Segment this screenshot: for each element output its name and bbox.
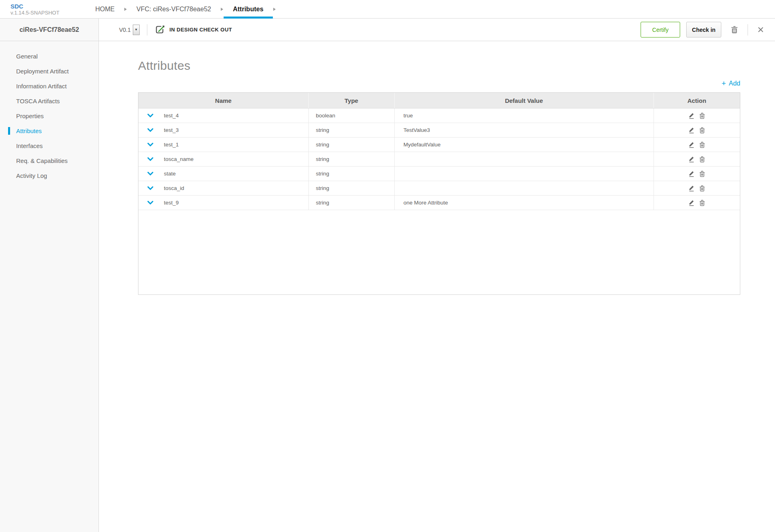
pencil-icon (689, 170, 695, 177)
attribute-type: boolean (308, 108, 394, 123)
table-row: tosca_name string (138, 152, 740, 167)
edit-attribute-button[interactable] (687, 184, 696, 192)
trash-icon (700, 156, 705, 163)
pencil-icon (689, 156, 695, 163)
edit-attribute-button[interactable] (687, 155, 696, 163)
table-row: test_3 string TestValue3 (138, 123, 740, 138)
add-attribute-button[interactable]: + Add (721, 79, 740, 87)
column-header-default-value: Default Value (394, 93, 654, 108)
sidebar-item-information-artifact[interactable]: Information Artifact (0, 79, 98, 94)
column-header-name: Name (138, 93, 308, 108)
table-row: test_1 string MydefaultValue (138, 138, 740, 152)
sidebar-item-attributes[interactable]: Attributes (0, 123, 98, 138)
breadcrumb: HOMEVFC: ciRes-VFCf78eae52Attributes (86, 0, 276, 18)
close-icon (758, 27, 764, 33)
chevron-down-icon[interactable] (147, 157, 153, 161)
close-button[interactable] (755, 25, 766, 34)
breadcrumb-item-vfc-cires-vfcf78eae52[interactable]: VFC: ciRes-VFCf78eae52 (127, 0, 220, 18)
delete-attribute-button[interactable] (698, 141, 706, 149)
plus-icon: + (721, 79, 726, 87)
toolbar-divider (748, 24, 748, 35)
pencil-icon (689, 141, 695, 148)
sidebar-item-tosca-artifacts[interactable]: TOSCA Artifacts (0, 94, 98, 108)
attribute-name: test_4 (164, 113, 179, 119)
app-logo-block: SDC v.1.14.5-SNAPSHOT (0, 0, 76, 18)
toolbar-divider (147, 24, 147, 35)
table-row: test_4 boolean true (138, 108, 740, 123)
chevron-down-icon[interactable] (147, 143, 153, 147)
version-label: V0.1 (119, 27, 131, 33)
top-nav: SDC v.1.14.5-SNAPSHOT HOMEVFC: ciRes-VFC… (0, 0, 775, 19)
delete-attribute-button[interactable] (698, 155, 706, 163)
attribute-type: string (308, 181, 394, 196)
attribute-type: string (308, 152, 394, 167)
sidebar: ciRes-VFCf78eae52 GeneralDeployment Arti… (0, 19, 99, 532)
chevron-down-icon[interactable] (147, 186, 153, 190)
sidebar-item-interfaces[interactable]: Interfaces (0, 138, 98, 153)
trash-icon (700, 185, 705, 192)
app-version: v.1.14.5-SNAPSHOT (10, 10, 76, 16)
check-in-button[interactable]: Check in (686, 22, 721, 38)
checkout-status-icon (155, 25, 165, 35)
table-row: state string (138, 167, 740, 181)
delete-resource-button[interactable] (729, 24, 740, 35)
add-label: Add (729, 80, 740, 87)
sidebar-item-req-capabilities[interactable]: Req. & Capabilities (0, 153, 98, 168)
column-header-type: Type (308, 93, 394, 108)
delete-attribute-button[interactable] (698, 184, 706, 192)
sidebar-item-deployment-artifact[interactable]: Deployment Artifact (0, 64, 98, 79)
attribute-name: test_3 (164, 127, 179, 133)
sidebar-item-general[interactable]: General (0, 49, 98, 64)
trash-icon (700, 142, 705, 148)
breadcrumb-arrow-icon (124, 8, 127, 11)
chevron-down-icon[interactable] (147, 172, 153, 176)
edit-attribute-button[interactable] (687, 111, 696, 120)
lifecycle-status: IN DESIGN CHECK OUT (170, 27, 232, 33)
pencil-icon (689, 185, 695, 192)
attribute-name: tosca_name (164, 156, 194, 162)
trash-icon (731, 26, 738, 33)
attribute-type: string (308, 138, 394, 152)
breadcrumb-item-attributes[interactable]: Attributes (224, 0, 273, 18)
certify-button[interactable]: Certify (641, 22, 680, 38)
attributes-table: NameTypeDefault ValueAction test_4 boole… (138, 92, 740, 295)
attribute-default-value (394, 152, 654, 167)
sidebar-menu: GeneralDeployment ArtifactInformation Ar… (0, 41, 98, 183)
attribute-default-value: TestValue3 (394, 123, 654, 138)
delete-attribute-button[interactable] (698, 199, 706, 207)
attribute-name: test_1 (164, 142, 179, 148)
content-area: Attributes + Add NameTypeDefault ValueAc… (99, 41, 775, 295)
chevron-down-icon[interactable] (147, 128, 153, 132)
sidebar-item-activity-log[interactable]: Activity Log (0, 168, 98, 183)
edit-attribute-button[interactable] (687, 198, 696, 207)
delete-attribute-button[interactable] (698, 112, 706, 120)
attribute-type: string (308, 123, 394, 138)
delete-attribute-button[interactable] (698, 126, 706, 134)
breadcrumb-arrow-icon (221, 8, 223, 11)
pencil-icon (689, 199, 695, 206)
edit-attribute-button[interactable] (687, 126, 696, 134)
table-header-row: NameTypeDefault ValueAction (138, 93, 740, 108)
version-select[interactable]: ▼ (133, 25, 140, 35)
page-title: Attributes (138, 59, 775, 73)
delete-attribute-button[interactable] (698, 170, 706, 178)
breadcrumb-arrow-icon (273, 8, 276, 11)
pencil-icon (689, 112, 695, 119)
trash-icon (700, 127, 705, 134)
breadcrumb-item-home[interactable]: HOME (86, 0, 124, 18)
chevron-down-icon[interactable] (147, 114, 153, 118)
attribute-name: state (164, 171, 176, 177)
app-logo: SDC (10, 3, 76, 10)
main-area: V0.1 ▼ IN DESIGN CHECK OUT Certify Check… (99, 19, 775, 532)
trash-icon (700, 200, 705, 206)
sidebar-item-properties[interactable]: Properties (0, 108, 98, 123)
edit-attribute-button[interactable] (687, 169, 696, 178)
attribute-type: string (308, 196, 394, 210)
edit-attribute-button[interactable] (687, 140, 696, 149)
toolbar: V0.1 ▼ IN DESIGN CHECK OUT Certify Check… (99, 19, 775, 41)
trash-icon (700, 171, 705, 177)
trash-icon (700, 113, 705, 119)
pencil-icon (689, 127, 695, 134)
chevron-down-icon[interactable] (147, 201, 153, 205)
table-row: tosca_id string (138, 181, 740, 196)
